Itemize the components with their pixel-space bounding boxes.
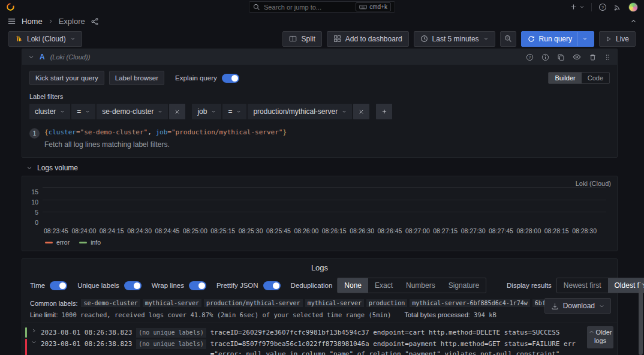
chevron-down-icon: [26, 165, 32, 171]
query-explain-text: Fetch all log lines matching label filte…: [44, 140, 610, 149]
common-label-badge: mythical-server: [305, 299, 364, 307]
plus-icon: [570, 3, 577, 11]
explain-query-label: Explain query: [175, 74, 217, 82]
sort-order-group: Newest first Oldest first: [556, 278, 644, 293]
sort-newest-first-option[interactable]: Newest first: [557, 278, 608, 293]
filter-value-select[interactable]: production/mythical-server: [248, 104, 352, 119]
deduplication-group: None Exact Numbers Signature: [337, 278, 486, 293]
chevron-right-icon[interactable]: [31, 328, 37, 333]
unique-labels-toggle[interactable]: [124, 281, 142, 290]
total-bytes-value: 394 kB: [474, 311, 496, 318]
label-browser-button[interactable]: Label browser: [109, 71, 164, 85]
chevron-down-icon: [211, 109, 216, 114]
breadcrumb-row: Home Explore: [0, 14, 644, 29]
run-query-button[interactable]: Run query: [521, 31, 594, 47]
query-line-number: 1: [29, 128, 40, 139]
filter-label-select[interactable]: job: [192, 104, 221, 119]
label-filter-1: job = production/mythical-server: [192, 104, 369, 119]
filter-op-select[interactable]: =: [71, 104, 95, 119]
chevron-down-icon[interactable]: [31, 339, 37, 345]
add-to-dashboard-button[interactable]: Add to dashboard: [327, 31, 409, 47]
x-tick: 08:24:30: [127, 227, 152, 234]
query-ref-id: A: [40, 53, 45, 61]
x-tick: 08:25:45: [266, 227, 291, 234]
volume-bars: [43, 187, 606, 224]
log-level-bar-info: [25, 327, 27, 338]
time-toggle[interactable]: [50, 281, 67, 290]
download-button[interactable]: Download: [544, 298, 611, 314]
disable-query-eye-icon[interactable]: [573, 53, 581, 61]
share-icon[interactable]: [91, 17, 99, 26]
chevron-down-icon: [70, 36, 76, 41]
log-row[interactable]: 2023-08-01 08:26:38.823 (no unique label…: [25, 327, 612, 338]
collapse-toolbar-icon[interactable]: [630, 18, 637, 25]
legend-item-error[interactable]: error: [45, 239, 70, 246]
time-range-picker[interactable]: Last 5 minutes: [414, 31, 495, 47]
older-logs-button[interactable]: Older logs: [587, 326, 613, 348]
grafana-logo[interactable]: [6, 2, 15, 11]
menu-hamburger-icon[interactable]: [7, 17, 16, 26]
prettify-json-toggle[interactable]: [263, 281, 281, 290]
chevron-down-icon[interactable]: [582, 36, 588, 41]
y-axis: 15 10 5 0: [26, 187, 43, 224]
logs-controls-row: Time Unique labels Wrap lines Prettify J…: [22, 278, 617, 293]
legend-item-info[interactable]: info: [79, 239, 101, 246]
search-shortcut-badge: cmd+k: [356, 2, 391, 11]
clock-icon: [420, 35, 428, 43]
zoom-out-time-button[interactable]: [500, 31, 516, 47]
dedup-option-signature[interactable]: Signature: [442, 278, 486, 293]
filter-op-select[interactable]: =: [222, 104, 246, 119]
builder-mode-option[interactable]: Builder: [549, 73, 581, 83]
x-tick: 08:25:30: [239, 227, 263, 234]
query-info-icon[interactable]: [541, 53, 549, 61]
chevron-down-icon: [85, 109, 90, 114]
global-search[interactable]: cmd+k: [249, 1, 395, 13]
add-filter-button[interactable]: [376, 104, 392, 119]
log-line-text: traceID=8507f979bea56c1c022ff8738981046a…: [210, 339, 612, 355]
y-tick: 10: [31, 199, 38, 206]
remove-filter-button[interactable]: [169, 104, 185, 119]
chevron-down-icon[interactable]: [28, 54, 34, 60]
chevron-down-icon: [599, 303, 604, 309]
dedup-option-numbers[interactable]: Numbers: [399, 278, 442, 293]
chevron-down-icon: [60, 109, 65, 114]
new-menu-button[interactable]: [570, 3, 585, 11]
log-row[interactable]: 2023-08-01 08:26:38.823 (no unique label…: [25, 338, 612, 355]
editor-mode-group: Builder Code: [548, 72, 610, 84]
dedup-option-exact[interactable]: Exact: [368, 278, 399, 293]
code-mode-option[interactable]: Code: [582, 73, 609, 83]
x-tick: 08:27:00: [405, 227, 430, 234]
split-button[interactable]: Split: [282, 31, 321, 47]
top-nav: cmd+k ?: [0, 0, 644, 14]
refresh-icon: [528, 35, 535, 43]
time-toggle-label: Time: [30, 282, 45, 289]
filter-label-select[interactable]: cluster: [29, 104, 70, 119]
filter-value-select[interactable]: se-demo-cluster: [97, 104, 168, 119]
scrollbar-thumb[interactable]: [639, 284, 643, 355]
wrap-lines-toggle[interactable]: [189, 281, 206, 290]
query-help-icon[interactable]: ?: [526, 53, 534, 61]
dedup-option-none[interactable]: None: [338, 278, 368, 293]
zoom-out-icon: [504, 35, 512, 43]
common-labels-label: Common labels:: [30, 300, 77, 307]
remove-filter-button[interactable]: [353, 104, 369, 119]
kick-start-query-button[interactable]: Kick start your query: [29, 71, 104, 85]
drag-handle-icon[interactable]: [604, 53, 611, 61]
explain-query-toggle[interactable]: [222, 74, 239, 83]
live-button[interactable]: Live: [599, 31, 636, 47]
x-tick: 08:28:00: [516, 227, 541, 234]
loki-datasource-icon: [15, 35, 23, 43]
breadcrumb-home[interactable]: Home: [22, 17, 43, 26]
query-row-header[interactable]: A (Loki (Cloud)) ?: [22, 49, 617, 65]
remove-query-trash-icon[interactable]: [589, 53, 597, 61]
logs-rows: 2023-08-01 08:26:38.823 (no unique label…: [22, 323, 617, 355]
logs-panel-title: Logs: [22, 259, 617, 278]
duplicate-query-icon[interactable]: [557, 53, 565, 61]
logs-volume-section-header[interactable]: Logs volume: [22, 164, 618, 172]
datasource-picker[interactable]: Loki (Cloud): [8, 31, 82, 47]
search-input[interactable]: [264, 4, 352, 11]
help-icon[interactable]: ?: [598, 3, 607, 11]
news-rss-icon[interactable]: [613, 3, 622, 11]
user-avatar[interactable]: [628, 2, 638, 12]
breadcrumb-current: Explore: [59, 17, 85, 26]
